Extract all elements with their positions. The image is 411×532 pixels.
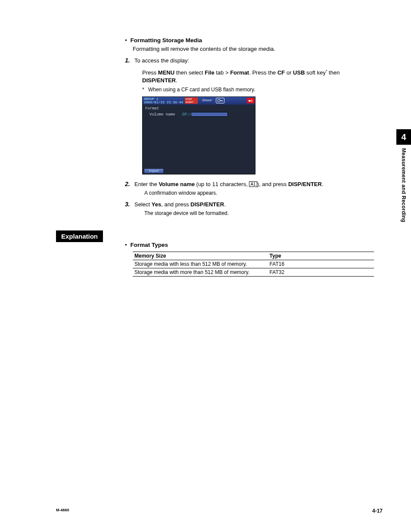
table-header-row: Memory Size Type [133, 252, 374, 260]
key-lock-icon [216, 98, 224, 103]
page: 4 Measurement and Recording • Formatting… [0, 0, 411, 532]
step-2: 2. Enter the Volume name (up to 11 chara… [125, 180, 375, 188]
step-3: 3. Select Yes, and press DISP/ENTER. [125, 201, 375, 208]
table-row: Storage media with less than 512 MB of m… [133, 260, 374, 268]
section-title: Formatting Storage Media [131, 37, 202, 44]
screenshot-input-button: Input [144, 169, 163, 173]
format-types-heading: • Format Types [125, 241, 375, 249]
step-2-text: Enter the Volume name (up to 11 characte… [134, 180, 324, 188]
step-text: To access the display: [134, 57, 189, 65]
screenshot-input-field [191, 112, 228, 117]
footer-doc-id: M-4660 [56, 508, 69, 514]
section-description: Formatting will remove the contents of t… [133, 45, 375, 53]
section-heading-row: • Formatting Storage Media [125, 37, 375, 44]
format-types-table: Memory Size Type Storage media with less… [133, 252, 374, 277]
content-area: • Formatting Storage Media Formatting wi… [56, 37, 375, 217]
screenshot-body: Format Volume name CF:/ [143, 105, 255, 168]
screenshot-disp-badge: DISPEVENT [185, 97, 198, 104]
chapter-title-wrap: Measurement and Recording [396, 145, 411, 240]
explanation-block: • Format Types Memory Size Type Storage … [125, 241, 375, 277]
col-type: Type [268, 252, 374, 260]
screenshot-topbar: GROUP 1 2008/01/23 23:38:46 DISPEVENT 1h… [143, 97, 255, 105]
explanation-label: Explanation [56, 230, 103, 242]
device-screenshot: GROUP 1 2008/01/23 23:38:46 DISPEVENT 1h… [142, 96, 255, 174]
sound-icon [247, 98, 255, 103]
step-2-confirm: A confirmation window appears. [144, 190, 375, 196]
step-1-instruction: Press MENU then select File tab > Format… [142, 67, 375, 84]
step-number: 1. [125, 57, 134, 65]
step-number: 2. [125, 180, 134, 188]
a1-icon: A1 [249, 181, 257, 187]
screenshot-volname-label: Volume name [149, 112, 175, 117]
cell-memory: Storage media with less than 512 MB of m… [133, 260, 268, 268]
bullet-icon: • [125, 37, 127, 44]
col-memory-size: Memory Size [133, 252, 268, 260]
cell-type: FAT32 [268, 268, 374, 277]
screenshot-hour: 1hour [202, 98, 212, 102]
chapter-number: 4 [401, 132, 406, 142]
chapter-title: Measurement and Recording [401, 148, 407, 222]
step-number: 3. [125, 201, 134, 208]
chapter-tab: 4 [396, 129, 411, 145]
svg-point-3 [249, 100, 250, 102]
cell-memory: Storage media with more than 512 MB of m… [133, 268, 268, 277]
screenshot-group-label: GROUP 1 2008/01/23 23:38:46 [144, 97, 183, 104]
footer-page-number: 4-17 [372, 508, 383, 514]
format-types-title: Format Types [131, 241, 168, 249]
svg-rect-2 [222, 100, 222, 102]
step-3-text: Select Yes, and press DISP/ENTER. [134, 201, 226, 208]
screenshot-format-label: Format [145, 106, 159, 111]
table-row: Storage media with more than 512 MB of m… [133, 268, 374, 277]
page-footer: M-4660 4-17 [56, 508, 383, 514]
step-1-footnote: *When using a CF card and USB flash memo… [142, 86, 375, 93]
step-1: 1. To access the display: [125, 57, 375, 65]
cell-type: FAT16 [268, 260, 374, 268]
step-3-confirm: The storage device will be formatted. [144, 210, 375, 217]
screenshot-cf-label: CF:/ [182, 112, 192, 117]
bullet-icon: • [125, 241, 127, 249]
